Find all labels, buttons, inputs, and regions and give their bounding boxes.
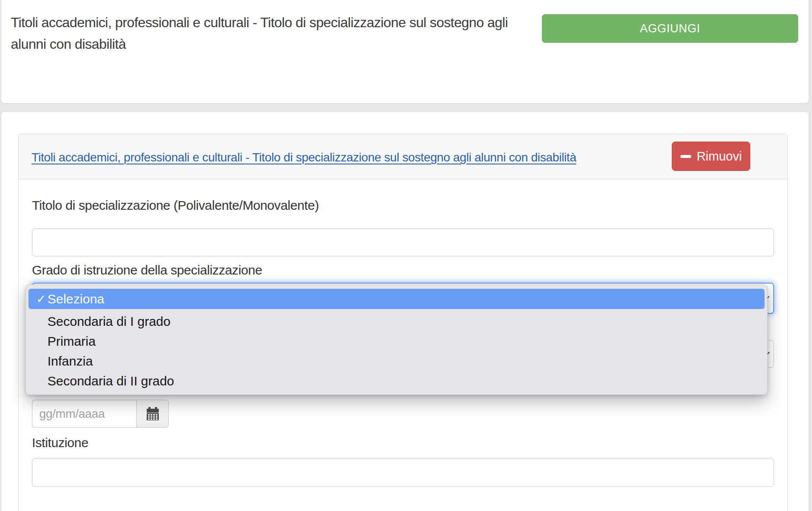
dropdown-option-label: Seleziona xyxy=(47,292,104,306)
card-header: Titoli accademici, professionali e cultu… xyxy=(19,134,787,180)
istituzione-input[interactable] xyxy=(32,458,774,487)
dropdown-option[interactable]: Secondaria di I grado xyxy=(26,312,767,331)
dropdown-option[interactable]: Primaria xyxy=(26,331,767,351)
titolo-specializzazione-input[interactable] xyxy=(32,228,774,256)
remove-button[interactable]: Rimuovi xyxy=(672,142,750,171)
grado-dropdown-menu: ✓ Seleziona Secondaria di I grado Primar… xyxy=(25,284,768,395)
istituzione-label: Istituzione xyxy=(32,435,88,451)
dropdown-option[interactable]: Infanzia xyxy=(26,351,767,371)
checkmark-icon: ✓ xyxy=(36,292,47,306)
titolo-specializzazione-label: Titolo di specializzazione (Polivalente/… xyxy=(32,197,319,214)
dropdown-option-label: Primaria xyxy=(47,334,96,349)
calendar-icon xyxy=(146,407,159,421)
dropdown-option-label: Infanzia xyxy=(47,354,93,369)
grado-istruzione-label: Grado di istruzione della specializzazio… xyxy=(32,262,262,278)
dropdown-option-label: Secondaria di I grado xyxy=(47,314,170,329)
remove-button-label: Rimuovi xyxy=(697,149,742,164)
card-title-link[interactable]: Titoli accademici, professionali e cultu… xyxy=(31,151,576,164)
titolo-specializzazione-card: Titoli accademici, professionali e cultu… xyxy=(18,134,788,511)
page-title: Titoli accademici, professionali e cultu… xyxy=(11,12,533,55)
add-button[interactable]: AGGIUNGI xyxy=(542,14,798,43)
calendar-addon-button[interactable] xyxy=(136,400,169,428)
section-header-panel: Titoli accademici, professionali e cultu… xyxy=(1,0,809,104)
dropdown-option[interactable]: Secondaria di II grado xyxy=(26,371,767,391)
date-group xyxy=(32,400,169,428)
dropdown-option-label: Secondaria di II grado xyxy=(47,374,174,388)
minus-icon xyxy=(680,155,691,158)
date-input[interactable] xyxy=(32,400,136,428)
dropdown-option-selected[interactable]: ✓ Seleziona xyxy=(28,289,765,309)
